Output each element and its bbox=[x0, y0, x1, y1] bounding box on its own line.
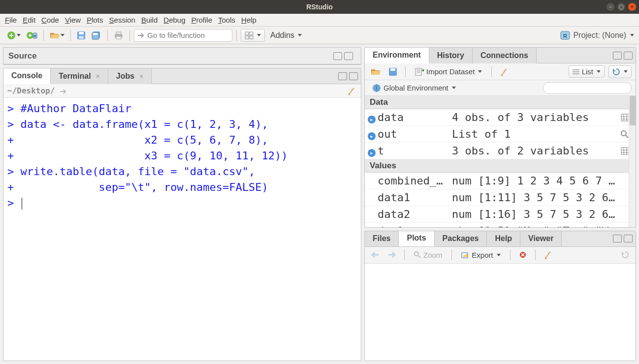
window-maximize-button[interactable]: ◯ bbox=[617, 3, 625, 11]
environment-pane: EnvironmentHistoryConnections Import Dat bbox=[364, 47, 636, 228]
menu-profile[interactable]: Profile bbox=[192, 16, 213, 24]
expand-icon[interactable] bbox=[368, 116, 376, 123]
clear-workspace-button[interactable] bbox=[498, 65, 511, 78]
print-button[interactable] bbox=[112, 29, 126, 42]
toolbar-separator bbox=[107, 30, 108, 41]
chevron-down-icon bbox=[597, 70, 601, 73]
pane-restore-icon[interactable] bbox=[613, 235, 622, 243]
menu-file[interactable]: File bbox=[5, 16, 17, 24]
menu-edit[interactable]: Edit bbox=[23, 16, 35, 24]
save-button[interactable] bbox=[75, 29, 88, 42]
menu-session[interactable]: Session bbox=[109, 16, 135, 24]
clear-plots-button[interactable] bbox=[542, 248, 555, 261]
expand-icon[interactable] bbox=[368, 132, 376, 140]
tab-plots-plots[interactable]: Plots bbox=[399, 231, 434, 246]
refresh-plot-button[interactable] bbox=[619, 248, 632, 261]
tab-plots-files[interactable]: Files bbox=[365, 231, 399, 246]
plot-prev-button[interactable] bbox=[369, 248, 382, 261]
goto-file-input[interactable] bbox=[147, 31, 228, 39]
tab-env-environment[interactable]: Environment bbox=[365, 48, 429, 63]
svg-rect-18 bbox=[250, 32, 253, 35]
env-row[interactable]: t3 obs. of 2 variables bbox=[365, 143, 636, 159]
save-icon bbox=[77, 31, 86, 40]
remove-plot-button[interactable] bbox=[516, 248, 529, 261]
save-all-button[interactable] bbox=[90, 29, 103, 42]
env-section-header: Values bbox=[365, 159, 636, 173]
search-icon[interactable] bbox=[621, 130, 629, 138]
env-filter-input[interactable] bbox=[543, 82, 632, 94]
env-row[interactable]: outList of 1 bbox=[365, 126, 636, 143]
console-output[interactable]: > #Author DataFlair> data <- data.frame(… bbox=[3, 98, 361, 361]
import-icon bbox=[415, 68, 424, 76]
tab-plots-help[interactable]: Help bbox=[487, 231, 520, 246]
menu-build[interactable]: Build bbox=[141, 16, 158, 24]
env-row[interactable]: data1num [1:11] 3 5 7 5 3 2 6 8… bbox=[365, 189, 636, 206]
close-icon[interactable]: × bbox=[139, 72, 143, 80]
new-project-button[interactable]: R bbox=[25, 29, 39, 42]
svg-rect-24 bbox=[390, 68, 395, 71]
vertical-scrollbar[interactable] bbox=[629, 96, 636, 227]
env-row[interactable]: data2num [1:16] 3 5 7 5 3 2 6 8… bbox=[365, 206, 636, 223]
toolbar-separator bbox=[451, 249, 452, 260]
menu-view[interactable]: View bbox=[65, 16, 81, 24]
chevron-down-icon bbox=[61, 34, 64, 36]
source-pane: Source bbox=[3, 47, 361, 65]
window-minimize-button[interactable]: – bbox=[607, 3, 614, 11]
workspace-panes-button[interactable] bbox=[241, 29, 265, 42]
env-var-name: combined_… bbox=[378, 175, 443, 187]
pane-restore-icon[interactable] bbox=[613, 52, 622, 60]
globe-icon bbox=[372, 84, 381, 92]
export-button[interactable]: Export bbox=[458, 249, 504, 261]
env-scope-button[interactable]: Global Environment bbox=[369, 82, 459, 94]
plot-next-button[interactable] bbox=[385, 248, 398, 261]
console-pane: ConsoleTerminal×Jobs× ~/Desktop/ > #Auth… bbox=[3, 68, 361, 361]
refresh-button[interactable] bbox=[608, 65, 632, 78]
load-workspace-button[interactable] bbox=[369, 65, 383, 78]
import-dataset-button[interactable]: Import Dataset bbox=[412, 66, 485, 77]
pane-restore-icon[interactable] bbox=[333, 52, 342, 60]
env-row[interactable]: day1chr [1:5] "Mon" "Tue" "Wed… bbox=[365, 223, 636, 227]
pane-maximize-icon[interactable] bbox=[349, 72, 358, 80]
expand-icon[interactable] bbox=[368, 149, 376, 157]
tab-env-history[interactable]: History bbox=[429, 48, 473, 63]
pane-maximize-icon[interactable] bbox=[624, 52, 633, 60]
wd-arrow-icon[interactable] bbox=[60, 89, 67, 94]
addins-button[interactable]: Addins bbox=[267, 29, 305, 42]
open-file-button[interactable] bbox=[48, 29, 66, 42]
svg-rect-33 bbox=[621, 114, 629, 121]
env-view-mode-button[interactable]: List bbox=[569, 65, 605, 78]
save-workspace-button[interactable] bbox=[386, 65, 399, 78]
refresh-icon bbox=[621, 251, 629, 259]
tab-console-terminal[interactable]: Terminal× bbox=[51, 68, 108, 84]
tab-plots-packages[interactable]: Packages bbox=[435, 231, 487, 246]
env-var-name: data2 bbox=[378, 208, 410, 220]
menu-plots[interactable]: Plots bbox=[87, 16, 103, 24]
tab-console-console[interactable]: Console bbox=[3, 68, 51, 84]
project-selector[interactable]: R Project: (None) bbox=[560, 30, 634, 40]
menu-help[interactable]: Help bbox=[241, 16, 256, 24]
env-row[interactable]: data4 obs. of 3 variables bbox=[365, 109, 636, 126]
addins-label: Addins bbox=[270, 31, 294, 40]
tab-env-connections[interactable]: Connections bbox=[473, 48, 537, 63]
pane-maximize-icon[interactable] bbox=[624, 235, 633, 243]
pane-restore-icon[interactable] bbox=[338, 72, 347, 80]
pane-maximize-icon[interactable] bbox=[344, 52, 353, 60]
toolbar-separator bbox=[535, 249, 536, 260]
env-row[interactable]: combined_…num [1:9] 1 2 3 4 5 6 7 8 9 bbox=[365, 173, 636, 189]
window-close-button[interactable]: ✕ bbox=[628, 3, 636, 11]
broom-icon[interactable] bbox=[347, 87, 357, 95]
svg-rect-25 bbox=[415, 68, 421, 75]
tab-console-jobs[interactable]: Jobs× bbox=[108, 68, 152, 84]
chevron-down-icon bbox=[478, 70, 482, 73]
new-file-button[interactable] bbox=[5, 29, 23, 42]
env-table[interactable]: Datadata4 obs. of 3 variablesoutList of … bbox=[365, 96, 636, 227]
menu-tools[interactable]: Tools bbox=[218, 16, 235, 24]
menu-code[interactable]: Code bbox=[41, 16, 59, 24]
menu-debug[interactable]: Debug bbox=[163, 16, 185, 24]
tab-label: Environment bbox=[373, 51, 421, 60]
goto-file-field[interactable] bbox=[134, 29, 232, 42]
tab-plots-viewer[interactable]: Viewer bbox=[520, 231, 562, 246]
save-icon bbox=[389, 68, 397, 76]
zoom-button[interactable]: Zoom bbox=[411, 249, 446, 261]
close-icon[interactable]: × bbox=[96, 72, 100, 80]
